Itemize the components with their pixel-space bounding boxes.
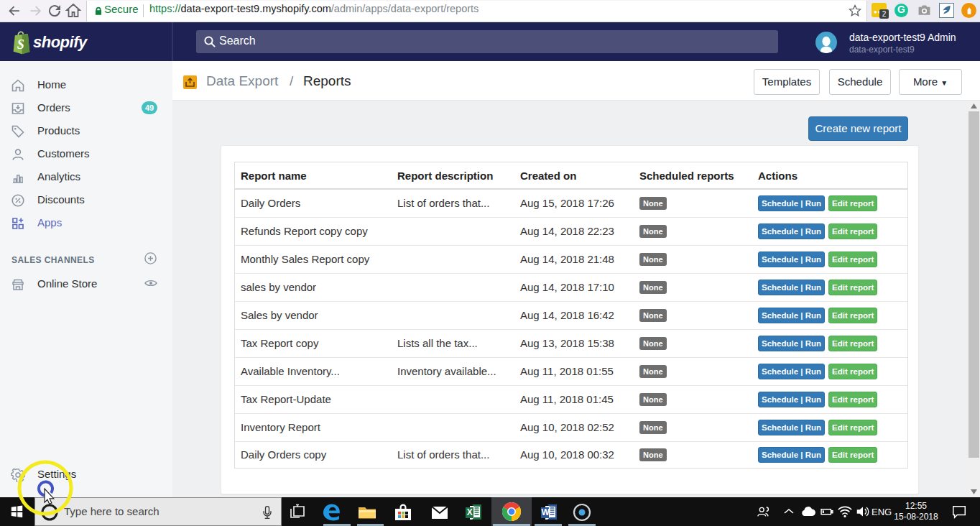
svg-text:X: X xyxy=(467,507,473,517)
svg-text:W: W xyxy=(542,507,550,517)
svg-text:S: S xyxy=(17,37,24,52)
